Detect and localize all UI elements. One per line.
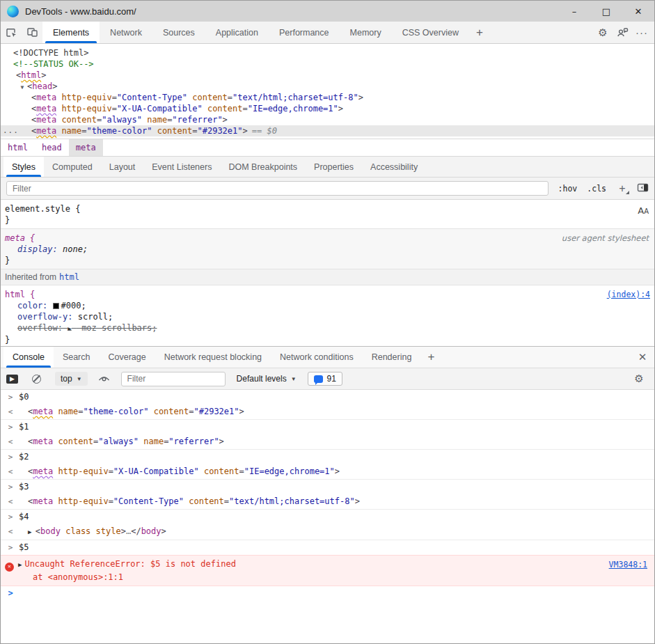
drawer-tab-coverage[interactable]: Coverage xyxy=(99,347,155,368)
feedback-icon[interactable] xyxy=(613,23,632,42)
console-settings-gear-icon[interactable]: ⚙ xyxy=(629,369,649,388)
dom-tree-row[interactable]: <!DOCTYPE html> xyxy=(1,47,654,58)
drawer-tab-console[interactable]: Console xyxy=(3,347,54,368)
error-icon: ✕ xyxy=(5,563,14,572)
more-options-icon[interactable]: ··· xyxy=(632,23,652,42)
execution-context-select[interactable]: top▼ xyxy=(55,372,88,386)
toggle-class-button[interactable]: .cls xyxy=(587,184,606,194)
breadcrumb-meta[interactable]: meta xyxy=(69,139,103,156)
output-chevron-icon: < xyxy=(5,436,16,448)
stylesheet-source-link[interactable]: (index):4 xyxy=(607,289,650,300)
console-input-entry: >$1 xyxy=(1,420,654,434)
device-toolbar-icon[interactable] xyxy=(22,22,42,43)
console-output-entry[interactable]: <<meta http-equiv="X-UA-Compatible" cont… xyxy=(1,464,654,480)
tab-css-overview[interactable]: CSS Overview xyxy=(392,22,469,43)
dom-tree-row[interactable]: <!--STATUS OK--> xyxy=(1,58,654,70)
expand-error-icon[interactable]: ▶ xyxy=(18,561,22,568)
styles-tab-properties[interactable]: Properties xyxy=(306,157,362,177)
console-error-entry[interactable]: ✕▶Uncaught ReferenceError: $5 is not def… xyxy=(1,555,654,586)
inspect-element-icon[interactable] xyxy=(1,22,22,43)
output-chevron-icon: < xyxy=(5,466,16,478)
dom-tree-row[interactable]: <html> xyxy=(1,70,654,81)
input-chevron-icon: > xyxy=(5,511,16,523)
dom-breadcrumb: htmlheadmeta xyxy=(1,139,654,157)
console-output-entry[interactable]: <<meta http-equiv="Content-Type" content… xyxy=(1,494,654,510)
element-states-panel-icon[interactable] xyxy=(637,182,649,195)
tab-performance[interactable]: Performance xyxy=(269,22,340,43)
dom-tree-row[interactable]: <meta http-equiv="X-UA-Compatible" conte… xyxy=(1,103,654,114)
live-expression-eye-icon[interactable] xyxy=(95,369,114,388)
dom-tree-row[interactable]: ▼<head> xyxy=(1,81,654,92)
message-count-badge[interactable]: 91 xyxy=(308,372,342,386)
styles-tab-accessibility[interactable]: Accessibility xyxy=(362,157,426,177)
new-style-rule-icon[interactable]: + xyxy=(616,182,629,195)
output-chevron-icon: < xyxy=(5,406,16,418)
tab-sources[interactable]: Sources xyxy=(152,22,205,43)
styles-tab-computed[interactable]: Computed xyxy=(44,157,101,177)
more-drawer-tabs-plus-icon[interactable]: + xyxy=(420,347,441,368)
dom-tree-row[interactable]: <meta content="always" name="referrer"> xyxy=(1,114,654,125)
element-style-rule[interactable]: element.style { } AA xyxy=(1,200,654,229)
styles-tab-styles[interactable]: Styles xyxy=(3,157,44,177)
tab-network[interactable]: Network xyxy=(100,22,152,43)
error-source-link[interactable]: VM3848:1 xyxy=(609,559,647,570)
clear-console-icon[interactable] xyxy=(32,375,41,384)
input-chevron-icon: > xyxy=(5,481,16,493)
user-agent-meta-rule[interactable]: meta { display: none; } user agent style… xyxy=(1,229,654,269)
close-button[interactable]: ✕ xyxy=(622,1,654,22)
close-drawer-icon[interactable]: ✕ xyxy=(631,347,654,368)
html-style-rule[interactable]: html { color: #000; overflow-y: scroll; … xyxy=(1,285,654,346)
invalid-property-line: overflow: ▶ -moz-scrollbars; xyxy=(5,322,650,334)
edge-logo-icon xyxy=(7,6,19,17)
toggle-hover-state-button[interactable]: :hov xyxy=(558,184,578,194)
minimize-button[interactable]: – xyxy=(558,1,590,22)
row-menu-dots-icon[interactable]: ... xyxy=(3,125,19,136)
window-title: DevTools - www.baidu.com/ xyxy=(25,6,136,17)
styles-sidebar-tabs: StylesComputedLayoutEvent ListenersDOM B… xyxy=(1,157,654,178)
console-messages: >$0<<meta name="theme-color" content="#2… xyxy=(1,390,654,643)
styles-tab-layout[interactable]: Layout xyxy=(101,157,144,177)
error-stack-line: at <anonymous>:1:1 xyxy=(5,572,649,583)
console-filter-input[interactable] xyxy=(121,372,226,386)
breadcrumb-html[interactable]: html xyxy=(1,139,35,156)
console-expression: $2 xyxy=(19,451,29,463)
more-tabs-plus-icon[interactable]: + xyxy=(469,22,490,43)
styles-filter-input[interactable] xyxy=(6,181,549,196)
drawer-tab-rendering[interactable]: Rendering xyxy=(363,347,421,368)
breadcrumb-head[interactable]: head xyxy=(35,139,69,156)
console-output-entry[interactable]: <<meta name="theme-color" content="#2932… xyxy=(1,405,654,420)
devtools-window: DevTools - www.baidu.com/ – □ ✕ Elements… xyxy=(0,0,655,644)
console-expression: $4 xyxy=(19,511,29,523)
title-bar: DevTools - www.baidu.com/ – □ ✕ xyxy=(1,1,654,22)
console-output-entry[interactable]: <<meta content="always" name="referrer"> xyxy=(1,434,654,450)
chat-bubble-icon xyxy=(314,375,323,383)
drawer-tab-search[interactable]: Search xyxy=(54,347,100,368)
tab-memory[interactable]: Memory xyxy=(340,22,392,43)
styles-tab-dom-breakpoints[interactable]: DOM Breakpoints xyxy=(220,157,306,177)
drawer-tabs: ConsoleSearchCoverageNetwork request blo… xyxy=(1,347,654,368)
drawer-tab-network-conditions[interactable]: Network conditions xyxy=(271,347,363,368)
console-drawer: ConsoleSearchCoverageNetwork request blo… xyxy=(1,346,654,643)
inherited-from-link[interactable]: html xyxy=(59,272,79,282)
dom-tree-row[interactable]: <meta http-equiv="Content-Type" content=… xyxy=(1,92,654,103)
input-chevron-icon: > xyxy=(5,391,16,403)
drawer-tab-network-request-blocking[interactable]: Network request blocking xyxy=(155,347,271,368)
output-chevron-icon: < xyxy=(5,496,16,508)
input-chevron-icon: > xyxy=(5,588,16,599)
console-prompt[interactable]: > xyxy=(1,586,654,601)
tab-elements[interactable]: Elements xyxy=(42,22,100,43)
styles-tab-event-listeners[interactable]: Event Listeners xyxy=(143,157,220,177)
maximize-button[interactable]: □ xyxy=(590,1,622,22)
font-editor-icon[interactable]: AA xyxy=(638,205,649,217)
console-output-entry[interactable]: <▶ <body class style>…</body> xyxy=(1,524,654,540)
input-chevron-icon: > xyxy=(5,542,16,553)
html-rule-selector: html { xyxy=(5,290,35,299)
log-levels-select[interactable]: Default levels▼ xyxy=(237,374,297,384)
console-sidebar-icon[interactable]: ▶ xyxy=(6,375,18,384)
meta-rule-selector: meta { xyxy=(5,233,35,243)
tab-application[interactable]: Application xyxy=(205,22,269,43)
settings-gear-icon[interactable]: ⚙ xyxy=(593,23,613,42)
dom-tree-row[interactable]: ...<meta name="theme-color" content="#29… xyxy=(1,125,654,136)
color-swatch[interactable] xyxy=(53,303,59,309)
input-chevron-icon: > xyxy=(5,451,16,463)
